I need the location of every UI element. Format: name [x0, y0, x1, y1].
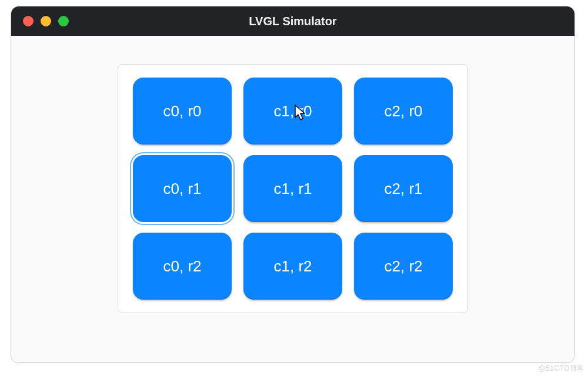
app-window: LVGL Simulator c0, r0 c1, r0 c2, r0 c0, … [11, 6, 575, 363]
close-icon[interactable] [23, 16, 34, 26]
window-controls [23, 16, 69, 26]
button-grid-panel: c0, r0 c1, r0 c2, r0 c0, r1 c1, r1 c2, r… [118, 64, 468, 313]
maximize-icon[interactable] [58, 16, 69, 26]
grid-button-label: c2, r2 [384, 257, 422, 276]
grid-button-label: c0, r1 [163, 180, 201, 198]
watermark: @51CTO博客 [538, 364, 584, 374]
grid-button-label: c2, r0 [384, 102, 422, 120]
grid-button-c0-r2[interactable]: c0, r2 [133, 233, 232, 300]
grid-button-label: c2, r1 [384, 180, 422, 198]
window-title: LVGL Simulator [11, 15, 574, 28]
grid-button-c0-r1[interactable]: c0, r1 [133, 155, 232, 222]
grid-button-label: c1, r2 [273, 257, 312, 276]
grid-button-c1-r0[interactable]: c1, r0 [243, 78, 342, 145]
grid-button-c1-r1[interactable]: c1, r1 [243, 155, 342, 222]
minimize-icon[interactable] [41, 16, 51, 26]
grid-button-c0-r0[interactable]: c0, r0 [133, 78, 232, 145]
grid-button-c2-r0[interactable]: c2, r0 [354, 78, 453, 145]
grid-button-label: c1, r1 [273, 180, 312, 198]
grid-button-c2-r2[interactable]: c2, r2 [354, 233, 453, 300]
titlebar: LVGL Simulator [11, 6, 574, 36]
content-area: c0, r0 c1, r0 c2, r0 c0, r1 c1, r1 c2, r… [11, 36, 574, 362]
grid-button-c2-r1[interactable]: c2, r1 [354, 155, 453, 222]
grid-button-label: c1, r0 [273, 102, 312, 120]
grid-button-c1-r2[interactable]: c1, r2 [243, 233, 342, 300]
grid-button-label: c0, r2 [163, 257, 201, 276]
grid-button-label: c0, r0 [163, 102, 201, 120]
